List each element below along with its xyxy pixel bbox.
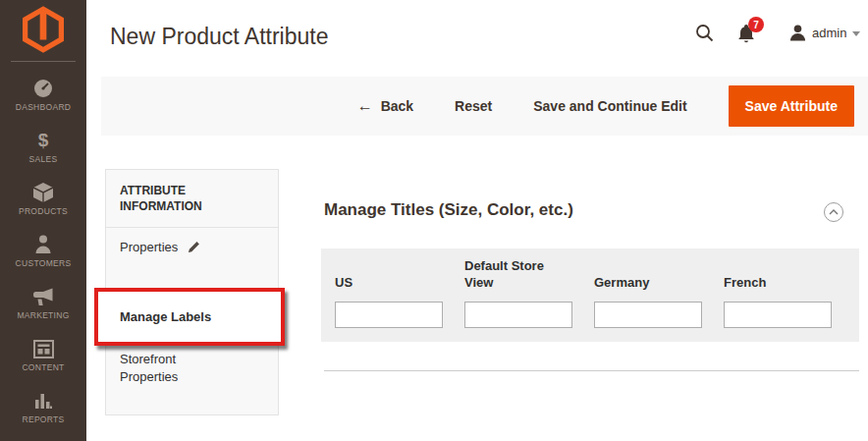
store-view-column-french: French xyxy=(724,248,853,328)
magento-logo-icon[interactable] xyxy=(23,6,64,53)
admin-user-menu[interactable]: admin xyxy=(789,25,860,41)
store-view-columns: US Default Store View Germany French xyxy=(335,248,853,328)
section-title: Manage Titles (Size, Color, etc.) xyxy=(324,200,573,220)
user-name: admin xyxy=(812,26,846,40)
pencil-edit-icon xyxy=(188,241,200,253)
sidebar-item-label: DASHBOARD xyxy=(16,102,72,112)
title-input-french[interactable] xyxy=(724,302,832,328)
magento-admin-page: DASHBOARD $ SALES PRODUCTS CUSTOMERS xyxy=(0,0,868,441)
notification-count-badge: 7 xyxy=(748,17,764,32)
section-divider xyxy=(324,370,859,371)
sidebar-item-dashboard[interactable]: DASHBOARD xyxy=(0,69,86,121)
sidebar-item-sales[interactable]: $ SALES xyxy=(0,121,86,173)
dollar-icon: $ xyxy=(38,130,49,151)
attribute-information-panel: ATTRIBUTE INFORMATION Properties Manage … xyxy=(105,169,279,415)
store-view-label: French xyxy=(724,248,822,293)
page-title: New Product Attribute xyxy=(110,24,328,50)
megaphone-icon xyxy=(32,286,54,307)
store-view-column-default: Default Store View xyxy=(464,248,594,328)
notifications-bell-icon[interactable]: 7 xyxy=(736,24,758,45)
sidebar-item-label: SALES xyxy=(29,154,58,164)
sidebar-nav: DASHBOARD $ SALES PRODUCTS CUSTOMERS xyxy=(0,69,86,433)
reset-label: Reset xyxy=(455,98,492,114)
sidebar-item-customers[interactable]: CUSTOMERS xyxy=(0,225,86,277)
tab-storefront-properties-label: Storefront Properties xyxy=(120,352,178,384)
page-actions-toolbar: ← Back Reset Save and Continue Edit Save… xyxy=(101,77,868,136)
sidebar-item-label: MARKETING xyxy=(17,310,69,320)
caret-down-icon xyxy=(852,31,860,36)
tab-panel-header: ATTRIBUTE INFORMATION xyxy=(106,170,278,228)
bar-chart-icon xyxy=(34,390,52,412)
back-button[interactable]: ← Back xyxy=(357,97,413,115)
save-and-continue-label: Save and Continue Edit xyxy=(533,98,686,114)
store-view-label: Default Store View xyxy=(464,248,563,293)
back-label: Back xyxy=(381,98,413,114)
sidebar-item-content[interactable]: CONTENT xyxy=(0,329,86,381)
store-view-column-germany: Germany xyxy=(594,248,724,328)
person-icon xyxy=(789,25,806,41)
back-arrow-icon: ← xyxy=(357,97,373,115)
tab-properties-label: Properties xyxy=(120,239,178,256)
title-input-germany[interactable] xyxy=(594,302,702,328)
sidebar-divider xyxy=(11,61,76,62)
store-view-column-us: US xyxy=(335,248,464,328)
layout-icon xyxy=(33,338,54,359)
title-input-us[interactable] xyxy=(335,302,443,328)
reset-button[interactable]: Reset xyxy=(455,98,492,114)
manage-titles-fieldset: US Default Store View Germany French xyxy=(321,248,859,342)
sidebar-item-products[interactable]: PRODUCTS xyxy=(0,173,86,225)
sidebar-item-marketing[interactable]: MARKETING xyxy=(0,277,86,329)
annotation-highlight-box: Manage Labels xyxy=(94,288,285,346)
search-icon[interactable] xyxy=(695,24,715,43)
tab-storefront-properties[interactable]: Storefront Properties xyxy=(106,351,214,385)
title-input-default-store-view[interactable] xyxy=(464,302,572,328)
tab-properties[interactable]: Properties xyxy=(106,239,278,256)
sidebar: DASHBOARD $ SALES PRODUCTS CUSTOMERS xyxy=(0,0,86,441)
sidebar-item-reports[interactable]: REPORTS xyxy=(0,381,86,433)
sidebar-item-label: PRODUCTS xyxy=(19,206,68,216)
save-attribute-button[interactable]: Save Attribute xyxy=(729,85,854,127)
collapse-section-button[interactable] xyxy=(824,202,843,222)
box-icon xyxy=(32,182,54,203)
dashboard-gauge-icon xyxy=(32,78,54,99)
store-view-label: US xyxy=(335,248,433,293)
sidebar-item-label: REPORTS xyxy=(22,414,64,424)
store-view-label: Germany xyxy=(594,248,692,293)
sidebar-item-label: CUSTOMERS xyxy=(16,258,72,268)
tab-manage-labels[interactable]: Manage Labels xyxy=(98,309,211,324)
sidebar-item-label: CONTENT xyxy=(22,362,64,372)
save-and-continue-button[interactable]: Save and Continue Edit xyxy=(533,98,686,114)
chevron-up-icon xyxy=(829,209,839,215)
person-icon xyxy=(34,234,52,255)
